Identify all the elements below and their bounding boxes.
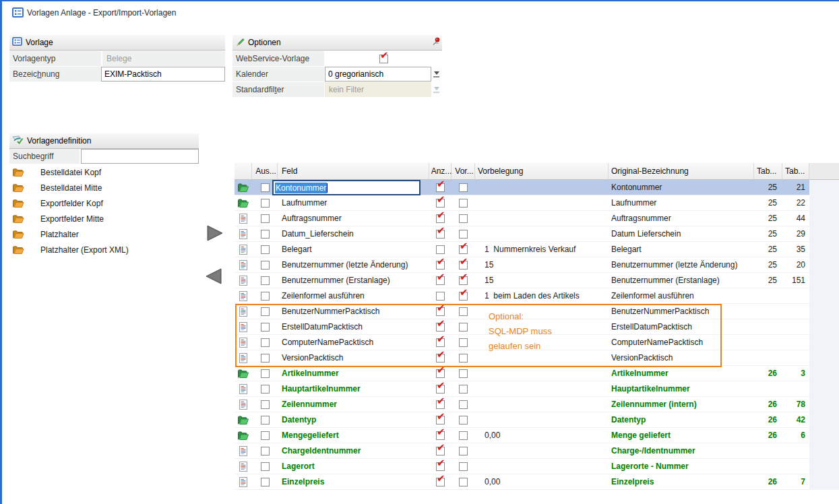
anzeigen-checkbox[interactable] bbox=[436, 199, 445, 208]
aus-checkbox[interactable] bbox=[261, 214, 270, 223]
anzeigen-checkbox[interactable] bbox=[436, 183, 445, 192]
anzeigen-checkbox[interactable] bbox=[436, 323, 445, 332]
aus-checkbox[interactable] bbox=[261, 385, 270, 393]
anzeigen-checkbox[interactable] bbox=[436, 416, 445, 424]
col-header-aus[interactable]: Aus... bbox=[252, 163, 278, 180]
anzeigen-checkbox[interactable] bbox=[436, 338, 445, 347]
aus-checkbox[interactable] bbox=[261, 292, 270, 301]
anzeigen-checkbox[interactable] bbox=[436, 230, 445, 239]
aus-checkbox[interactable] bbox=[261, 230, 270, 239]
table-row[interactable]: HauptartikelnummerHauptartikelnummer bbox=[235, 381, 809, 397]
kalender-input[interactable] bbox=[325, 67, 431, 82]
vorbelegung-checkbox[interactable] bbox=[459, 307, 468, 316]
vorbelegung-checkbox[interactable] bbox=[459, 369, 468, 378]
aus-checkbox[interactable] bbox=[261, 369, 270, 378]
col-header-vorbelegung[interactable]: Vorbelegung bbox=[475, 163, 609, 180]
table-row[interactable]: Belegart1 Nummernkreis VerkaufBelegart25… bbox=[235, 242, 809, 257]
vorbelegung-checkbox[interactable] bbox=[459, 400, 468, 409]
col-header-icon[interactable] bbox=[235, 163, 252, 180]
anzeigen-checkbox[interactable] bbox=[436, 462, 445, 471]
vorbelegung-checkbox[interactable] bbox=[459, 447, 468, 455]
folder-item[interactable]: Bestelldatei Mitte bbox=[9, 180, 199, 195]
vorbelegung-checkbox[interactable] bbox=[459, 385, 468, 393]
vorbelegung-checkbox[interactable] bbox=[459, 292, 468, 301]
anzeigen-checkbox[interactable] bbox=[436, 292, 445, 301]
anzeigen-checkbox[interactable] bbox=[436, 369, 445, 378]
vorbelegung-checkbox[interactable] bbox=[459, 199, 468, 208]
anzeigen-checkbox[interactable] bbox=[436, 245, 445, 254]
anzeigen-checkbox[interactable] bbox=[436, 400, 445, 409]
folder-item[interactable]: Platzhalter (Export XML) bbox=[9, 242, 199, 257]
anzeigen-checkbox[interactable] bbox=[436, 214, 445, 223]
aus-checkbox[interactable] bbox=[261, 183, 270, 192]
pin-icon[interactable] bbox=[431, 37, 440, 49]
col-header-tab2[interactable]: Tab... bbox=[782, 163, 809, 180]
webservice-checkbox[interactable] bbox=[379, 55, 388, 63]
anzeigen-checkbox[interactable] bbox=[436, 478, 445, 486]
vorbelegung-text: 1 Nummernkreis Verkauf bbox=[485, 245, 576, 254]
vorbelegung-checkbox[interactable] bbox=[459, 261, 468, 270]
aus-checkbox[interactable] bbox=[261, 261, 270, 270]
table-row[interactable]: AuftragsnummerAuftragsnummer2544 bbox=[235, 211, 809, 226]
anzeigen-checkbox[interactable] bbox=[436, 447, 445, 455]
anzeigen-checkbox[interactable] bbox=[436, 276, 445, 285]
anzeigen-checkbox[interactable] bbox=[436, 431, 445, 440]
folder-item[interactable]: Bestelldatei Kopf bbox=[9, 164, 199, 180]
vorbelegung-checkbox[interactable] bbox=[459, 338, 468, 347]
col-header-original[interactable]: Original-Bezeichnung bbox=[609, 163, 754, 180]
vorbelegung-checkbox[interactable] bbox=[459, 276, 468, 285]
aus-checkbox[interactable] bbox=[261, 245, 270, 254]
aus-checkbox[interactable] bbox=[261, 307, 270, 316]
vorbelegung-checkbox[interactable] bbox=[459, 431, 468, 440]
vorbelegung-checkbox[interactable] bbox=[459, 354, 468, 363]
kalender-dropdown-button[interactable] bbox=[431, 67, 441, 82]
vorbelegung-checkbox[interactable] bbox=[459, 323, 468, 332]
table-row[interactable]: Einzelpreis0,00Einzelpreis267 bbox=[235, 474, 809, 490]
suchbegriff-input[interactable] bbox=[81, 149, 199, 164]
aus-checkbox[interactable] bbox=[261, 338, 270, 347]
aus-checkbox[interactable] bbox=[261, 354, 270, 363]
table-row[interactable]: KontonummerKontonummer2521 bbox=[235, 180, 809, 195]
feld-edit-input[interactable]: Kontonummer bbox=[272, 180, 421, 195]
vorbelegung-checkbox[interactable] bbox=[459, 416, 468, 424]
folder-item[interactable]: Exportfelder Kopf bbox=[9, 195, 199, 211]
table-row[interactable]: ArtikelnummerArtikelnummer263 bbox=[235, 366, 809, 381]
table-row[interactable]: LagerortLagerorte - Nummer bbox=[235, 459, 809, 474]
aus-checkbox[interactable] bbox=[261, 400, 270, 409]
col-header-vor[interactable]: Vor... bbox=[452, 163, 475, 180]
move-right-button[interactable] bbox=[206, 225, 224, 243]
bezeichnung-input[interactable] bbox=[101, 67, 225, 82]
vorbelegung-checkbox[interactable] bbox=[459, 214, 468, 223]
table-row[interactable]: Mengegeliefert0,00Menge geliefert266 bbox=[235, 428, 809, 443]
table-row[interactable]: ChargeIdentnummerCharge-/Identnummer bbox=[235, 443, 809, 459]
anzeigen-checkbox[interactable] bbox=[436, 385, 445, 393]
anzeigen-checkbox[interactable] bbox=[436, 261, 445, 270]
table-row[interactable]: Benutzernummer (letzte Änderung)15Benutz… bbox=[235, 257, 809, 273]
aus-checkbox[interactable] bbox=[261, 276, 270, 285]
folder-item[interactable]: Exportfelder Mitte bbox=[9, 211, 199, 226]
vorbelegung-checkbox[interactable] bbox=[459, 462, 468, 471]
table-row[interactable]: LaufnummerLaufnummer2522 bbox=[235, 195, 809, 211]
aus-checkbox[interactable] bbox=[261, 199, 270, 208]
table-row[interactable]: Benutzernummer (Erstanlage)15Benutzernum… bbox=[235, 273, 809, 288]
aus-checkbox[interactable] bbox=[261, 416, 270, 424]
aus-checkbox[interactable] bbox=[261, 323, 270, 332]
table-row[interactable]: DatentypDatentyp2642 bbox=[235, 412, 809, 428]
aus-checkbox[interactable] bbox=[261, 462, 270, 471]
table-row[interactable]: ZeilennummerZeilennummer (intern)2678 bbox=[235, 397, 809, 412]
folder-item[interactable]: Platzhalter bbox=[9, 226, 199, 242]
vorbelegung-checkbox[interactable] bbox=[459, 245, 468, 254]
vorbelegung-checkbox[interactable] bbox=[459, 478, 468, 486]
anzeigen-checkbox[interactable] bbox=[436, 354, 445, 363]
move-left-button[interactable] bbox=[205, 268, 222, 286]
vorbelegung-checkbox[interactable] bbox=[459, 183, 468, 192]
table-row[interactable]: Zeilenformel ausführen1 beim Laden des A… bbox=[235, 288, 809, 304]
anzeigen-checkbox[interactable] bbox=[436, 307, 445, 316]
table-row[interactable]: Datum_LieferscheinDatum Lieferschein2529 bbox=[235, 226, 809, 242]
aus-checkbox[interactable] bbox=[261, 431, 270, 440]
aus-checkbox[interactable] bbox=[261, 447, 270, 455]
col-header-tab1[interactable]: Tab... bbox=[754, 163, 782, 180]
aus-checkbox[interactable] bbox=[261, 478, 270, 486]
col-header-feld[interactable]: Feld bbox=[278, 163, 429, 180]
vorbelegung-checkbox[interactable] bbox=[459, 230, 468, 239]
